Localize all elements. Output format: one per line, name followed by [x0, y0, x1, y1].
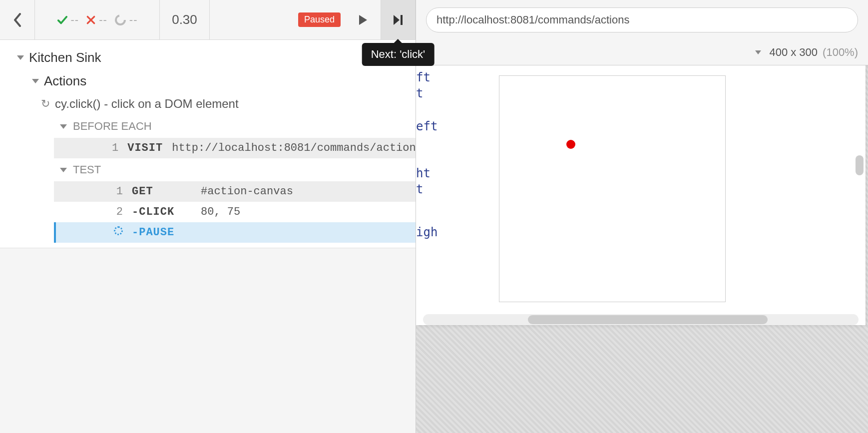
scrollbar-thumb[interactable]: [856, 155, 864, 175]
test-section-header[interactable]: TEST: [0, 158, 416, 181]
command-row-pause[interactable]: -PAUSE: [54, 222, 416, 243]
svg-rect-1: [401, 15, 403, 25]
pass-count-value: --: [71, 13, 79, 26]
aut-label: t: [416, 86, 423, 100]
url-input[interactable]: [426, 7, 858, 32]
viewport-zoom: (100%): [823, 46, 858, 59]
app-preview-panel: 400 x 300 (100%) ft t eft ht t igh: [416, 0, 868, 433]
fail-count-value: --: [99, 13, 107, 26]
suite-title: Kitchen Sink: [29, 50, 101, 65]
aut-label: t: [416, 182, 423, 196]
aut-frame: ft t eft ht t igh: [416, 65, 868, 433]
play-icon: [358, 14, 368, 26]
time-value: 0.30: [172, 12, 197, 27]
resume-button[interactable]: [346, 0, 381, 39]
command-row-get[interactable]: 1 GET #action-canvas: [54, 181, 416, 202]
test-row[interactable]: ↻ cy.click() - click on a DOM element: [0, 93, 416, 115]
action-canvas[interactable]: [499, 75, 726, 302]
click-marker: [566, 140, 575, 149]
paused-badge-cell: Paused: [290, 0, 346, 39]
spinner-icon: [114, 14, 126, 26]
viewport-dimensions: 400 x 300: [769, 46, 818, 59]
caret-down-icon: [755, 50, 761, 54]
aut-label: ft: [416, 70, 431, 84]
before-each-header[interactable]: BEFORE EACH: [0, 115, 416, 138]
horizontal-scrollbar[interactable]: [423, 314, 859, 325]
caret-down-icon: [60, 168, 67, 172]
command-row-click[interactable]: 2 -CLICK 80, 75: [54, 202, 416, 222]
command-row-visit[interactable]: 1 VISIT http://localhost:8081/commands/a…: [54, 138, 416, 158]
pass-count: --: [57, 13, 79, 26]
command-number: 1: [112, 142, 118, 154]
aut-label: eft: [416, 119, 437, 133]
svg-point-0: [116, 15, 125, 24]
command-message: #action-canvas: [201, 185, 293, 198]
caret-down-icon: [60, 124, 67, 129]
command-name: GET: [132, 185, 192, 198]
paused-badge: Paused: [298, 12, 341, 27]
fail-count: --: [86, 13, 107, 26]
test-stats: -- -- --: [35, 0, 160, 39]
command-number: [112, 226, 123, 239]
section-label: TEST: [73, 163, 101, 176]
viewport-info[interactable]: 400 x 300 (100%): [416, 40, 868, 65]
aut-content[interactable]: ft t eft ht t igh: [416, 65, 866, 325]
caret-down-icon: [32, 79, 39, 83]
command-name: -PAUSE: [132, 226, 192, 239]
chevron-left-icon: [13, 13, 22, 27]
toolbar-spacer: [210, 0, 290, 39]
command-message: http://localhost:8081/commands/actions: [172, 142, 416, 154]
command-number: 2: [112, 206, 123, 218]
pending-count-value: --: [129, 13, 138, 26]
suite-row[interactable]: Kitchen Sink: [0, 46, 416, 69]
aut-label: igh: [416, 225, 437, 239]
aut-label: ht: [416, 166, 431, 180]
spec-row[interactable]: Actions: [0, 69, 416, 93]
x-icon: [86, 15, 96, 25]
pending-count: --: [114, 13, 138, 26]
test-title: cy.click() - click on a DOM element: [55, 97, 239, 111]
url-bar-row: [416, 0, 868, 40]
command-message: 80, 75: [201, 206, 240, 218]
reload-icon: ↻: [41, 97, 50, 110]
command-name: -CLICK: [132, 206, 192, 218]
scrollbar-thumb[interactable]: [528, 315, 768, 324]
toolbar: -- -- -- 0.30 Paused Next: 'click': [0, 0, 416, 40]
tooltip-text: Next: 'click': [371, 48, 426, 60]
section-label: BEFORE EACH: [73, 120, 152, 133]
elapsed-time: 0.30: [160, 0, 210, 39]
spinner-icon: [114, 226, 123, 235]
spec-title: Actions: [44, 73, 86, 89]
vertical-scrollbar[interactable]: [855, 65, 864, 311]
command-name: VISIT: [127, 142, 163, 154]
step-tooltip: Next: 'click': [362, 43, 434, 66]
caret-down-icon: [17, 55, 24, 60]
back-button[interactable]: [0, 0, 35, 39]
command-log: Kitchen Sink Actions ↻ cy.click() - clic…: [0, 40, 416, 433]
log-filler: [0, 248, 416, 433]
check-icon: [57, 14, 68, 25]
step-next-button[interactable]: Next: 'click': [381, 0, 416, 39]
step-forward-icon: [393, 14, 404, 26]
command-log-panel: -- -- -- 0.30 Paused Next: 'click': [0, 0, 416, 433]
command-number: 1: [112, 185, 123, 198]
